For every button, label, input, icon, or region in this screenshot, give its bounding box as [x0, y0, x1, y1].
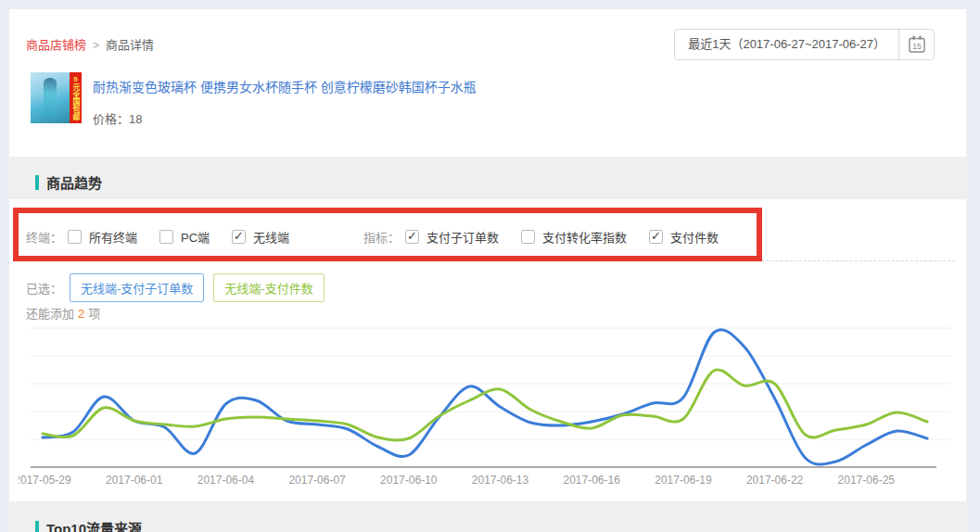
svg-text:2017-06-04: 2017-06-04: [197, 474, 255, 487]
svg-text:2017-06-10: 2017-06-10: [380, 474, 438, 487]
selected-tag-0[interactable]: 无线端-支付子订单数: [70, 273, 204, 302]
section-accent-bar: [35, 175, 39, 190]
metric-option-label: 支付子订单数: [426, 228, 499, 246]
terminal-option-1[interactable]: PC端: [159, 228, 210, 246]
metric-options: 支付子订单数支付转化率指数支付件数: [405, 228, 741, 246]
series-line-0: [43, 330, 927, 464]
product-price: 价格：18: [93, 109, 142, 127]
terminal-filter-group: 终端： 所有终端PC端无线端: [26, 228, 312, 246]
checkbox-checked-icon[interactable]: [405, 230, 419, 244]
checkbox-unchecked-icon[interactable]: [159, 230, 173, 244]
terminal-option-label: PC端: [181, 228, 210, 246]
terminal-option-label: 无线端: [253, 228, 289, 246]
svg-text:2017-06-07: 2017-06-07: [288, 474, 346, 487]
selected-label: 已选：: [26, 279, 62, 297]
metric-filter-group: 指标： 支付子订单数支付转化率指数支付件数: [363, 228, 741, 246]
product-photo: [31, 72, 70, 123]
svg-text:2017-06-22: 2017-06-22: [746, 474, 804, 487]
svg-text:2017-06-01: 2017-06-01: [106, 474, 163, 487]
terminal-option-2[interactable]: 无线端: [232, 228, 289, 246]
product-image[interactable]: 9元全国包邮: [31, 72, 82, 123]
breadcrumb-current: 商品详情: [106, 38, 154, 52]
breadcrumb-separator: >: [93, 39, 99, 52]
calendar-icon: 15: [907, 34, 927, 55]
content-column: 商品店铺榜>商品详情 最近1天（2017-06-27~2017-06-27） 1…: [9, 9, 966, 532]
svg-text:2017-06-25: 2017-06-25: [838, 474, 896, 487]
terminal-option-0[interactable]: 所有终端: [68, 228, 137, 246]
terminal-options: 所有终端PC端无线端: [68, 228, 312, 246]
metric-option-2[interactable]: 支付件数: [649, 228, 719, 246]
top-window-strip: [0, 0, 980, 9]
terminal-group-label: 终端：: [26, 228, 62, 246]
metric-group-label: 指标：: [363, 228, 400, 246]
trend-chart-svg: 2017-05-292017-06-012017-06-042017-06-07…: [19, 315, 957, 500]
series-line-1: [43, 370, 927, 440]
page: 商品店铺榜>商品详情 最近1天（2017-06-27~2017-06-27） 1…: [0, 0, 980, 532]
selected-tag-1[interactable]: 无线端-支付件数: [213, 273, 324, 302]
checkbox-checked-icon[interactable]: [649, 230, 663, 244]
metric-option-label: 支付转化率指数: [542, 228, 627, 246]
svg-text:2017-06-19: 2017-06-19: [655, 474, 712, 487]
svg-text:15: 15: [912, 42, 922, 51]
bottom-section-title: Top10流量来源: [35, 518, 142, 532]
metric-option-1[interactable]: 支付转化率指数: [521, 228, 627, 246]
product-header-card: 商品店铺榜>商品详情 最近1天（2017-06-27~2017-06-27） 1…: [9, 9, 966, 157]
checkbox-unchecked-icon[interactable]: [521, 230, 535, 244]
date-range-label[interactable]: 最近1天（2017-06-27~2017-06-27）: [675, 30, 898, 59]
trend-section-title-text: 商品趋势: [46, 172, 102, 192]
bottom-section-title-text: Top10流量来源: [46, 518, 142, 532]
trend-chart[interactable]: 2017-05-292017-06-012017-06-042017-06-07…: [19, 315, 957, 500]
terminal-option-label: 所有终端: [89, 228, 137, 246]
checkbox-unchecked-icon[interactable]: [68, 230, 82, 244]
calendar-button[interactable]: 15: [898, 30, 934, 59]
breadcrumb: 商品店铺榜>商品详情: [26, 35, 154, 53]
svg-text:2017-05-29: 2017-05-29: [19, 474, 71, 487]
selected-tags-row: 已选： 无线端-支付子订单数无线端-支付件数: [26, 273, 334, 302]
filter-divider: [19, 260, 955, 261]
metric-option-0[interactable]: 支付子订单数: [405, 228, 499, 246]
trend-section-title: 商品趋势: [35, 172, 102, 192]
checkbox-checked-icon[interactable]: [232, 230, 246, 244]
metric-option-label: 支付件数: [670, 228, 719, 246]
breadcrumb-link-rank[interactable]: 商品店铺榜: [26, 38, 86, 52]
product-title-link[interactable]: 耐热渐变色玻璃杯 便携男女水杯随手杯 创意柠檬磨砂韩国杯子水瓶: [93, 77, 477, 95]
svg-text:2017-06-16: 2017-06-16: [564, 474, 621, 487]
svg-text:2017-06-13: 2017-06-13: [472, 474, 529, 487]
date-range-picker[interactable]: 最近1天（2017-06-27~2017-06-27） 15: [674, 29, 935, 60]
product-image-badge: 9元全国包邮: [70, 72, 82, 123]
selected-tags: 无线端-支付子订单数无线端-支付件数: [70, 273, 334, 302]
section-accent-bar: [35, 521, 39, 532]
